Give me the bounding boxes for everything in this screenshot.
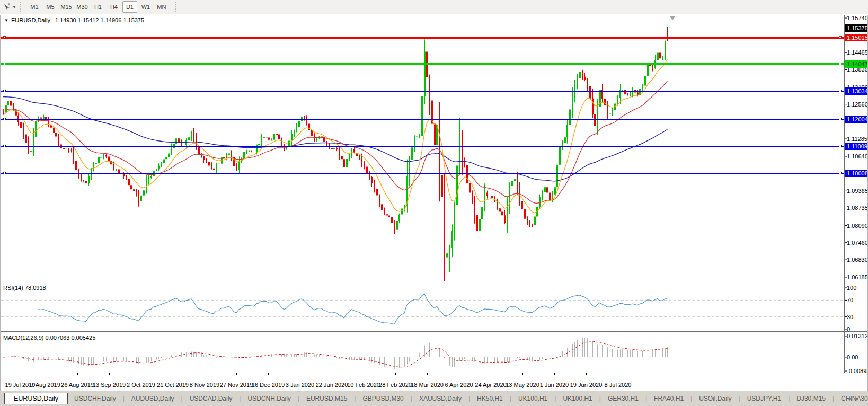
hline-right-handle[interactable] <box>839 172 842 174</box>
chart-tab-eurusd-m15[interactable]: EURUSD,M15 <box>300 393 353 404</box>
price-level-badge: 1.10008 <box>845 170 868 177</box>
chart-tab-hk50-h1[interactable]: HK50,H1 <box>471 393 509 404</box>
chart-tab-usdcnh-daily[interactable]: USDCNH,Daily <box>241 393 297 404</box>
price-chart-canvas[interactable] <box>0 0 868 406</box>
date-axis-label: 2 Oct 2019 <box>127 382 155 388</box>
hline-right-handle[interactable] <box>839 145 842 147</box>
chart-tab-usdcad-daily[interactable]: USDCAD,Daily <box>183 393 239 404</box>
chart-title: ▼EURUSD,Daily1.14930 1.15412 1.14906 1.1… <box>4 17 144 23</box>
hline-right-handle[interactable] <box>839 118 842 120</box>
horizontal-line-1.15015[interactable] <box>1 37 844 39</box>
chart-ohlc-values: 1.14930 1.15412 1.14906 1.15375 <box>55 17 144 23</box>
tab-scroll-right-icon[interactable]: ▸ <box>855 395 864 401</box>
bid-price-badge: 1.15375 <box>845 24 868 32</box>
chart-tab-dj30-m15[interactable]: DJ30,M15 <box>790 393 832 404</box>
macd-signal-line <box>3 341 668 367</box>
hline-left-handle[interactable] <box>3 118 6 120</box>
date-axis-label: 10 Feb 2020 <box>347 382 380 388</box>
date-axis-label: 28 Feb 2020 <box>379 382 412 388</box>
price-axis-label: 1.09365 <box>847 188 868 194</box>
price-axis-label: 1.14465 <box>847 49 868 56</box>
date-axis-label: 3 Jan 2020 <box>286 382 314 388</box>
chart-tab-bar: EURUSD,DailyUSDCHF,Daily|AUDUSD,Daily|US… <box>0 391 868 406</box>
main-rsi-separator[interactable] <box>0 281 868 281</box>
rsi-axis-label: 30 <box>847 314 853 320</box>
date-axis-label: 21 Oct 2019 <box>157 382 189 388</box>
price-level-badge: 1.11009 <box>845 143 868 150</box>
macd-histogram <box>4 338 668 369</box>
date-axis-label: 7 Aug 2019 <box>31 382 60 388</box>
hline-left-handle[interactable] <box>3 63 6 65</box>
bull-candle-bodies <box>5 48 666 258</box>
chart-tab-audusd-daily[interactable]: AUDUSD,Daily <box>125 393 181 404</box>
hline-left-handle[interactable] <box>3 36 6 39</box>
rsi-line <box>38 294 667 324</box>
price-axis-line <box>844 15 845 373</box>
macd-axis-label: -0.008933 <box>847 368 868 374</box>
chart-tab-uk100-h1[interactable]: UK100,H1 <box>512 393 554 404</box>
ma-slow-line <box>3 97 668 181</box>
horizontal-line-1.11009[interactable] <box>1 146 844 147</box>
ma-mid-line <box>3 81 668 204</box>
horizontal-line-1.12004[interactable] <box>1 119 844 120</box>
horizontal-line-1.13034[interactable] <box>1 91 844 92</box>
chart-tab-usdchf-daily[interactable]: USDCHF,Daily <box>68 393 122 404</box>
macd-axis-label: 0.00 <box>847 354 858 360</box>
price-level-badge: 1.12004 <box>845 116 868 123</box>
collapse-indicator-icon[interactable]: ▼ <box>4 18 8 23</box>
bear-candle-bodies <box>3 28 668 257</box>
horizontal-line-1.10008[interactable] <box>1 173 844 174</box>
chart-tab-ger30-h1[interactable]: GER30,H1 <box>601 393 645 404</box>
chart-tab-eurusd-daily[interactable]: EURUSD,Daily <box>4 393 68 404</box>
hline-right-handle[interactable] <box>839 36 842 39</box>
hline-left-handle[interactable] <box>3 145 6 147</box>
date-axis-label: 8 Nov 2019 <box>190 382 219 388</box>
date-axis-label: 18 Mar 2020 <box>411 382 444 388</box>
price-level-badge: 1.13034 <box>845 87 868 95</box>
hline-left-handle[interactable] <box>3 172 6 174</box>
price-level-badge: 1.14047 <box>845 60 868 68</box>
chart-tab-usoil-daily[interactable]: USOil,Daily <box>693 393 738 404</box>
hline-right-handle[interactable] <box>839 90 842 92</box>
time-axis-line <box>0 373 868 373</box>
chart-symbol-label: EURUSD,Daily <box>11 17 50 23</box>
price-axis-label: 1.06185 <box>847 274 868 280</box>
price-axis-label: 1.08090 <box>847 223 868 229</box>
price-level-badge: 1.15015 <box>845 34 868 41</box>
date-axis-label: 19 Jun 2020 <box>570 382 603 388</box>
tab-scroll-left-icon[interactable]: ◂ <box>847 395 856 401</box>
chart-tab-fra40-h1[interactable]: FRA40,H1 <box>648 393 690 404</box>
rsi-level-lines <box>1 300 844 316</box>
horizontal-line-1.14047[interactable] <box>1 63 844 65</box>
date-axis-label: 13 May 2020 <box>506 382 539 388</box>
price-axis-label: 1.11285 <box>847 136 867 142</box>
chart-tab-uk100-h1[interactable]: UK100,H1 <box>556 393 598 404</box>
rsi-macd-separator[interactable] <box>0 331 868 332</box>
hline-right-handle[interactable] <box>839 63 842 65</box>
macd-panel-top-border <box>0 333 868 333</box>
date-axis-label: 22 Jan 2020 <box>316 382 348 388</box>
date-axis-label: 1 Jun 2020 <box>540 382 569 388</box>
date-axis-label: 27 Nov 2019 <box>220 382 253 388</box>
chart-top-border <box>0 15 868 15</box>
date-axis-label: 24 Apr 2020 <box>475 382 506 388</box>
price-axis-label: 1.10640 <box>847 153 868 160</box>
rsi-axis-label: 100 <box>847 285 856 291</box>
chart-tab-gbpusd-m30[interactable]: GBPUSD,M30 <box>356 393 410 404</box>
chart-tab-xauusd-daily[interactable]: XAUUSD,Daily <box>413 393 468 404</box>
macd-axis-label: 0.013121 <box>847 333 868 339</box>
tab-scroll-arrows: ◂▸ <box>847 395 864 402</box>
date-axis-label: 13 Sep 2019 <box>93 382 126 388</box>
mt4-window: ▼ M1M5M15M30H1H4D1W1MN 1 <box>0 0 868 406</box>
price-axis-label: 1.07460 <box>847 240 868 246</box>
date-axis-label: 16 Dec 2019 <box>252 382 285 388</box>
price-axis-label: 1.08735 <box>847 205 868 211</box>
chart-tab-usdjpy-h1[interactable]: USDJPY,H1 <box>741 393 787 404</box>
rsi-indicator-label: RSI(14) 78.0918 <box>3 285 46 291</box>
date-axis-label: 6 Apr 2020 <box>445 382 473 388</box>
price-axis-label: 1.06830 <box>847 257 868 263</box>
rsi-panel-top-border <box>0 283 868 283</box>
hline-left-handle[interactable] <box>3 90 6 92</box>
chart-shift-marker-icon[interactable] <box>669 16 676 20</box>
macd-indicator-label: MACD(12,26,9) 0.007063 0.005425 <box>3 334 95 341</box>
